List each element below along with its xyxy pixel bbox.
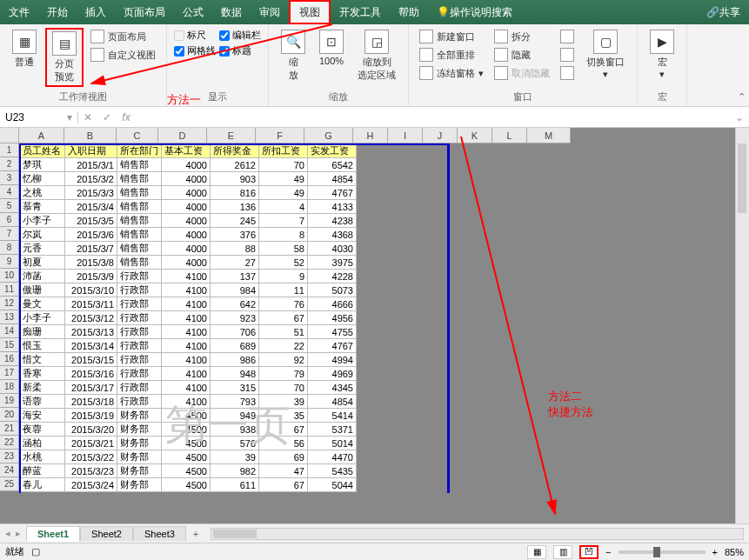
cell[interactable]: 行政部 (117, 297, 162, 311)
row-header-21[interactable]: 21 (0, 422, 19, 436)
sync-scroll-button[interactable] (557, 46, 578, 63)
split-button[interactable]: 拆分 (491, 28, 553, 45)
table-header-row[interactable]: 员工姓名入职日期所在部门基本工资所得奖金所扣工资实发工资 (20, 144, 357, 158)
table-row[interactable]: 尔岚2015/3/6销售部400037684368 (20, 228, 357, 242)
share-button[interactable]: 🔗 共享 (698, 0, 749, 24)
cell[interactable]: 2015/3/16 (65, 367, 117, 381)
cell[interactable]: 4133 (308, 200, 357, 214)
row-header-2[interactable]: 2 (0, 157, 19, 171)
cell[interactable]: 销售部 (117, 228, 162, 242)
cell[interactable]: 4500 (162, 423, 211, 437)
table-row[interactable]: 惜文2015/3/15行政部4100986924994 (20, 353, 357, 367)
cell[interactable]: 恨玉 (20, 339, 65, 353)
cell[interactable]: 70 (259, 158, 308, 172)
vertical-scrollbar[interactable] (735, 128, 749, 523)
row-header-1[interactable]: 1 (0, 143, 19, 157)
cell[interactable]: 67 (259, 311, 308, 325)
cell[interactable]: 傲珊 (20, 283, 65, 297)
cell[interactable]: 行政部 (117, 325, 162, 339)
page-layout-status-button[interactable]: ▥ (553, 545, 572, 559)
menu-developer[interactable]: 开发工具 (331, 0, 390, 24)
col-header-I[interactable]: I (388, 128, 423, 143)
ribbon-collapse-button[interactable]: ⌃ (738, 91, 746, 103)
cell[interactable]: 财务部 (117, 464, 162, 478)
cell[interactable]: 938 (211, 423, 259, 437)
col-header-H[interactable]: H (353, 128, 388, 143)
table-row[interactable]: 小李子2015/3/5销售部400024574238 (20, 214, 357, 228)
cell[interactable]: 4100 (162, 311, 211, 325)
cell[interactable]: 2015/3/17 (65, 381, 117, 395)
col-header-C[interactable]: C (117, 128, 158, 143)
cell[interactable]: 47 (259, 464, 308, 478)
cell[interactable]: 76 (259, 297, 308, 311)
cell[interactable]: 4100 (162, 283, 211, 297)
row-header-15[interactable]: 15 (0, 338, 19, 352)
cell[interactable]: 5371 (308, 423, 357, 437)
formula-bar-checkbox[interactable]: 编辑栏 (219, 28, 261, 43)
cell[interactable]: 4100 (162, 270, 211, 283)
row-header-12[interactable]: 12 (0, 297, 19, 310)
page-layout-view-button[interactable]: 页面布局 (87, 28, 159, 45)
normal-view-button[interactable]: ▦ 普通 (7, 28, 42, 70)
table-row[interactable]: 沛菡2015/3/9行政部410013794228 (20, 270, 357, 283)
cell[interactable]: 行政部 (117, 395, 162, 409)
zoom-handle[interactable] (653, 547, 660, 557)
col-header-G[interactable]: G (304, 128, 353, 143)
cell[interactable]: 88 (211, 242, 259, 256)
cell[interactable]: 35 (259, 409, 308, 423)
row-headers[interactable]: 1234567891011121314151617181920212223242… (0, 143, 19, 491)
spreadsheet-grid[interactable]: ABCDEFGHIJKLM 12345678910111213141516171… (0, 128, 749, 523)
zoom-out-button[interactable]: − (605, 547, 611, 557)
cell[interactable]: 行政部 (117, 339, 162, 353)
col-header-F[interactable]: F (256, 128, 304, 143)
cell[interactable]: 4100 (162, 325, 211, 339)
row-header-4[interactable]: 4 (0, 185, 19, 199)
cancel-formula-button[interactable]: ✕ (78, 111, 97, 123)
cell[interactable]: 689 (211, 339, 259, 353)
reset-pos-button[interactable] (557, 64, 578, 82)
table-row[interactable]: 元香2015/3/7销售部400088584030 (20, 242, 357, 256)
formula-expand-button[interactable]: ⌄ (730, 111, 749, 123)
normal-view-status-button[interactable]: ▦ (527, 545, 546, 559)
cell[interactable]: 财务部 (117, 423, 162, 437)
cell[interactable]: 销售部 (117, 158, 162, 172)
cell[interactable]: 7 (259, 214, 308, 228)
cell[interactable]: 4500 (162, 478, 211, 492)
sheet-nav[interactable]: ◂ ▸ (0, 528, 26, 539)
cell[interactable]: 2015/3/18 (65, 395, 117, 409)
cell[interactable]: 初夏 (20, 256, 65, 270)
cell[interactable]: 4000 (162, 256, 211, 270)
row-header-13[interactable]: 13 (0, 310, 19, 324)
gridlines-checkbox[interactable]: 网格线 (174, 43, 216, 58)
menu-home[interactable]: 开始 (38, 0, 77, 24)
cell[interactable]: 行政部 (117, 367, 162, 381)
cell[interactable]: 忆柳 (20, 172, 65, 186)
cell[interactable]: 痴珊 (20, 325, 65, 339)
menu-insert[interactable]: 插入 (77, 0, 115, 24)
zoom-button[interactable]: 🔍缩 放 (276, 28, 311, 83)
cell[interactable]: 52 (259, 256, 308, 270)
col-header-L[interactable]: L (492, 128, 527, 143)
cell[interactable]: 3975 (308, 256, 357, 270)
ruler-checkbox[interactable]: 标尺 (174, 28, 216, 43)
cell[interactable]: 4100 (162, 395, 211, 409)
cell[interactable]: 376 (211, 228, 259, 242)
page-break-preview-button[interactable]: ▤ 分页 预览 (45, 28, 84, 87)
macro-record-icon[interactable]: ▢ (31, 546, 40, 557)
cell[interactable]: 2015/3/4 (65, 200, 117, 214)
table-row[interactable]: 香寒2015/3/16行政部4100948794969 (20, 367, 357, 381)
cell[interactable]: 小李子 (20, 311, 65, 325)
table-row[interactable]: 恨玉2015/3/14行政部4100689224767 (20, 339, 357, 353)
cell[interactable]: 49 (259, 186, 308, 200)
cell[interactable]: 51 (259, 325, 308, 339)
cell[interactable]: 4500 (162, 437, 211, 450)
page-break-status-button[interactable]: 凹 (579, 545, 599, 559)
col-header-D[interactable]: D (158, 128, 207, 143)
cell[interactable]: 4767 (308, 339, 357, 353)
cell[interactable]: 小李子 (20, 214, 65, 228)
cell[interactable]: 2015/3/3 (65, 186, 117, 200)
cell[interactable]: 58 (259, 242, 308, 256)
cell[interactable]: 4470 (308, 450, 357, 464)
col-header-J[interactable]: J (423, 128, 458, 143)
hide-button[interactable]: 隐藏 (491, 46, 553, 63)
